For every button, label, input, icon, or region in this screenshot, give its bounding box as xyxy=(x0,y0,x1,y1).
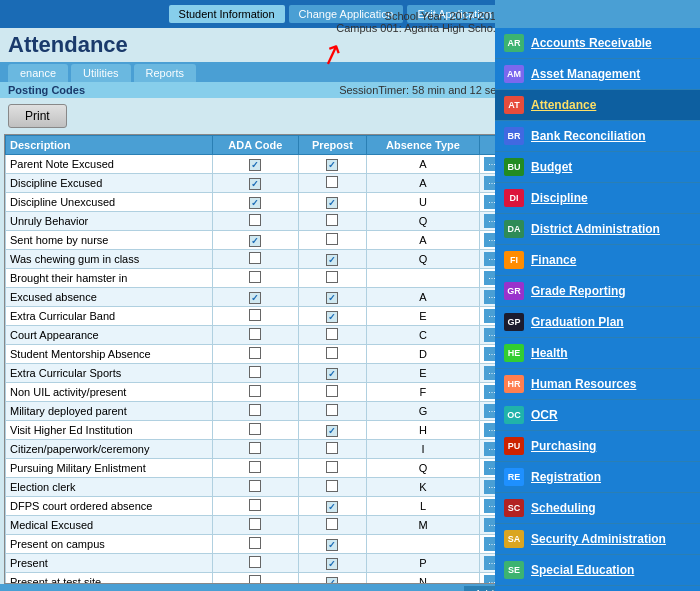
menu-item-security-administration[interactable]: SASecurity Administration xyxy=(495,524,700,555)
cell-ada-code[interactable] xyxy=(212,554,298,573)
table-row[interactable]: Excused absenceA··· xyxy=(6,288,505,307)
cell-ada-code[interactable] xyxy=(212,193,298,212)
table-row[interactable]: Extra Curricular BandE··· xyxy=(6,307,505,326)
table-row[interactable]: Unruly BehaviorQ··· xyxy=(6,212,505,231)
cell-prepost[interactable] xyxy=(298,174,366,193)
cell-ada-code[interactable] xyxy=(212,326,298,345)
cell-ada-code[interactable] xyxy=(212,307,298,326)
menu-item-registration[interactable]: RERegistration xyxy=(495,462,700,493)
table-row[interactable]: Present on campus··· xyxy=(6,535,505,554)
menu-item-district-administration[interactable]: DADistrict Administration xyxy=(495,214,700,245)
cell-prepost[interactable] xyxy=(298,288,366,307)
cell-absence-type xyxy=(366,269,479,288)
cell-ada-code[interactable] xyxy=(212,155,298,174)
cell-prepost[interactable] xyxy=(298,535,366,554)
cell-prepost[interactable] xyxy=(298,250,366,269)
menu-item-budget[interactable]: BUBudget xyxy=(495,152,700,183)
cell-ada-code[interactable] xyxy=(212,364,298,383)
cell-prepost[interactable] xyxy=(298,326,366,345)
table-row[interactable]: Election clerkK··· xyxy=(6,478,505,497)
school-info: School Year: 2017-2018 Campus 001: Agari… xyxy=(336,10,502,34)
table-row[interactable]: Brought their hamster in··· xyxy=(6,269,505,288)
table-row[interactable]: Non UIL activity/presentF··· xyxy=(6,383,505,402)
cell-ada-code[interactable] xyxy=(212,231,298,250)
cell-prepost[interactable] xyxy=(298,440,366,459)
table-row[interactable]: Military deployed parentG··· xyxy=(6,402,505,421)
tab-utilities[interactable]: Utilities xyxy=(71,64,130,82)
cell-prepost[interactable] xyxy=(298,478,366,497)
cell-prepost[interactable] xyxy=(298,364,366,383)
menu-item-ocr[interactable]: OCOCR xyxy=(495,400,700,431)
cell-ada-code[interactable] xyxy=(212,459,298,478)
cell-ada-code[interactable] xyxy=(212,250,298,269)
cell-prepost[interactable] xyxy=(298,554,366,573)
cell-prepost[interactable] xyxy=(298,193,366,212)
cell-ada-code[interactable] xyxy=(212,269,298,288)
cell-ada-code[interactable] xyxy=(212,497,298,516)
menu-item-accounts-receivable[interactable]: ARAccounts Receivable xyxy=(495,28,700,59)
print-button[interactable]: Print xyxy=(8,104,67,128)
table-row[interactable]: Present at test siteN··· xyxy=(6,573,505,585)
cell-prepost[interactable] xyxy=(298,155,366,174)
table-row[interactable]: PresentP··· xyxy=(6,554,505,573)
cell-ada-code[interactable] xyxy=(212,535,298,554)
table-row[interactable]: Discipline ExcusedA··· xyxy=(6,174,505,193)
table-row[interactable]: Parent Note ExcusedA··· xyxy=(6,155,505,174)
cell-prepost[interactable] xyxy=(298,573,366,585)
cell-prepost[interactable] xyxy=(298,383,366,402)
menu-item-grade-reporting[interactable]: GRGrade Reporting xyxy=(495,276,700,307)
cell-ada-code[interactable] xyxy=(212,440,298,459)
data-table-container[interactable]: Description ADA Code Prepost Absence Typ… xyxy=(4,134,506,584)
cell-prepost[interactable] xyxy=(298,212,366,231)
menu-item-human-resources[interactable]: HRHuman Resources xyxy=(495,369,700,400)
graduation-plan-icon: GP xyxy=(503,312,525,332)
tab-maintenance[interactable]: enance xyxy=(8,64,68,82)
menu-item-health[interactable]: HEHealth xyxy=(495,338,700,369)
table-row[interactable]: Citizen/paperwork/ceremonyI··· xyxy=(6,440,505,459)
table-row[interactable]: Sent home by nurseA··· xyxy=(6,231,505,250)
cell-prepost[interactable] xyxy=(298,307,366,326)
menu-item-bank-reconciliation[interactable]: BRBank Reconciliation xyxy=(495,121,700,152)
table-row[interactable]: DFPS court ordered absenceL··· xyxy=(6,497,505,516)
cell-prepost[interactable] xyxy=(298,402,366,421)
cell-ada-code[interactable] xyxy=(212,174,298,193)
cell-ada-code[interactable] xyxy=(212,288,298,307)
cell-prepost[interactable] xyxy=(298,269,366,288)
table-row[interactable]: Discipline UnexcusedU··· xyxy=(6,193,505,212)
cell-prepost[interactable] xyxy=(298,345,366,364)
menu-item-purchasing[interactable]: PUPurchasing xyxy=(495,431,700,462)
tab-reports[interactable]: Reports xyxy=(134,64,197,82)
cell-ada-code[interactable] xyxy=(212,383,298,402)
table-row[interactable]: Was chewing gum in classQ··· xyxy=(6,250,505,269)
student-info-button[interactable]: Student Information xyxy=(169,5,285,23)
cell-ada-code[interactable] xyxy=(212,478,298,497)
menu-item-graduation-plan[interactable]: GPGraduation Plan xyxy=(495,307,700,338)
menu-item-finance[interactable]: FIFinance xyxy=(495,245,700,276)
cell-prepost[interactable] xyxy=(298,421,366,440)
table-row[interactable]: Visit Higher Ed InstitutionH··· xyxy=(6,421,505,440)
table-row[interactable]: Pursuing Military EnlistmentQ··· xyxy=(6,459,505,478)
cell-prepost[interactable] xyxy=(298,459,366,478)
menu-item-special-education[interactable]: SESpecial Education xyxy=(495,555,700,586)
table-row[interactable]: Student Mentorship AbsenceD··· xyxy=(6,345,505,364)
cell-prepost[interactable] xyxy=(298,497,366,516)
cell-ada-code[interactable] xyxy=(212,345,298,364)
cell-ada-code[interactable] xyxy=(212,212,298,231)
menu-item-state-reporting[interactable]: SRState Reporting xyxy=(495,586,700,591)
cell-prepost[interactable] xyxy=(298,231,366,250)
table-row[interactable]: Medical ExcusedM··· xyxy=(6,516,505,535)
cell-ada-code[interactable] xyxy=(212,516,298,535)
menu-label-registration: Registration xyxy=(531,470,601,484)
menu-item-discipline[interactable]: DIDiscipline xyxy=(495,183,700,214)
cell-ada-code[interactable] xyxy=(212,402,298,421)
menu-item-scheduling[interactable]: SCScheduling xyxy=(495,493,700,524)
cell-ada-code[interactable] xyxy=(212,573,298,585)
cell-ada-code[interactable] xyxy=(212,421,298,440)
table-row[interactable]: Extra Curricular SportsE··· xyxy=(6,364,505,383)
table-row[interactable]: Court AppearanceC··· xyxy=(6,326,505,345)
cell-absence-type: A xyxy=(366,155,479,174)
cell-absence-type: H xyxy=(366,421,479,440)
menu-item-attendance[interactable]: ATAttendance xyxy=(495,90,700,121)
menu-item-asset-management[interactable]: AMAsset Management xyxy=(495,59,700,90)
cell-prepost[interactable] xyxy=(298,516,366,535)
